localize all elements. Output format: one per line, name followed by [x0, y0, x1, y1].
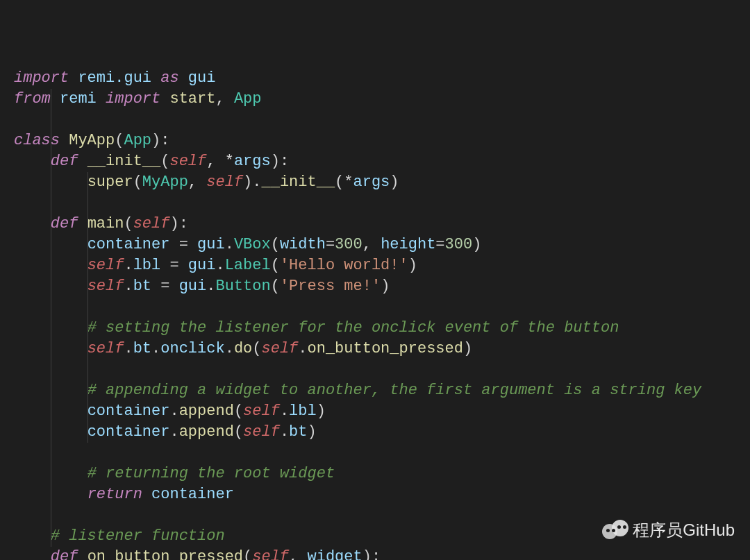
code-line: self.lbl = gui.Label('Hello world!') — [14, 255, 743, 276]
code-line: container.append(self.lbl) — [14, 401, 743, 422]
code-line: def main(self): — [14, 214, 743, 235]
code-line — [14, 443, 743, 464]
code-line: # listener function — [14, 526, 743, 547]
code-editor[interactable]: import remi.gui as guifrom remi import s… — [0, 0, 750, 560]
code-line: def __init__(self, *args): — [14, 151, 743, 172]
code-line — [14, 110, 743, 130]
code-line: import remi.gui as gui — [14, 68, 743, 89]
code-line: return container — [14, 484, 743, 505]
code-line — [14, 193, 743, 214]
code-line: container = gui.VBox(width=300, height=3… — [14, 235, 743, 255]
code-line: # setting the listener for the onclick e… — [14, 318, 743, 339]
code-line: super(MyApp, self).__init__(*args) — [14, 172, 743, 193]
code-line: from remi import start, App — [14, 89, 743, 110]
code-line: # appending a widget to another, the fir… — [14, 380, 743, 401]
code-line: container.append(self.bt) — [14, 422, 743, 443]
code-line: class MyApp(App): — [14, 130, 743, 151]
code-line — [14, 359, 743, 380]
code-line: self.bt.onclick.do(self.on_button_presse… — [14, 339, 743, 359]
code-line — [14, 505, 743, 526]
code-line: def on_button_pressed(self, widget): — [14, 547, 743, 560]
code-line: self.bt = gui.Button('Press me!') — [14, 276, 743, 297]
code-content: import remi.gui as guifrom remi import s… — [14, 68, 743, 560]
code-line: # returning the root widget — [14, 464, 743, 484]
code-line — [14, 297, 743, 318]
